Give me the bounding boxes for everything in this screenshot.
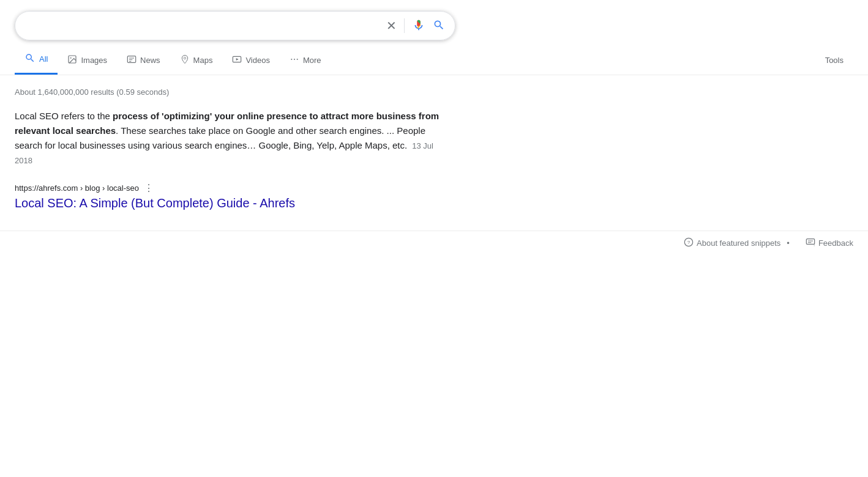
separator-dot: • xyxy=(787,239,790,248)
result-url-row: https://ahrefs.com › blog › local-seo ⋮ xyxy=(15,182,451,194)
search-icon[interactable] xyxy=(433,19,445,33)
tab-more-label: More xyxy=(303,56,321,65)
tab-maps[interactable]: Maps xyxy=(170,47,223,73)
tools-button[interactable]: Tools xyxy=(815,48,853,72)
feedback-item[interactable]: ! Feedback xyxy=(806,237,853,249)
featured-snippet: Local SEO refers to the process of 'opti… xyxy=(15,109,451,168)
search-divider xyxy=(404,18,405,33)
svg-point-8 xyxy=(291,59,292,60)
bottom-bar: ? About featured snippets • ! Feedback xyxy=(0,231,868,255)
videos-tab-icon xyxy=(232,54,242,66)
result-url: https://ahrefs.com › blog › local-seo xyxy=(15,183,139,193)
tab-news-label: News xyxy=(140,56,160,65)
search-tab-icon xyxy=(24,53,36,65)
results-section: About 1,640,000,000 results (0.59 second… xyxy=(0,75,465,211)
svg-rect-13 xyxy=(806,239,814,245)
feedback-label: Feedback xyxy=(818,239,853,248)
svg-point-9 xyxy=(294,59,295,60)
svg-point-1 xyxy=(70,57,72,58)
maps-tab-icon xyxy=(180,54,190,66)
result-title-link[interactable]: Local SEO: A Simple (But Complete) Guide… xyxy=(15,196,295,210)
search-box: local seo ✕ xyxy=(15,11,455,40)
clear-icon[interactable]: ✕ xyxy=(386,18,397,33)
search-bar-section: local seo ✕ xyxy=(0,0,868,40)
snippet-text-before: Local SEO refers to the xyxy=(15,111,113,121)
feedback-icon: ! xyxy=(806,237,815,249)
tab-news[interactable]: News xyxy=(117,47,170,73)
tab-more[interactable]: More xyxy=(280,47,331,73)
tab-maps-label: Maps xyxy=(193,56,213,65)
svg-marker-7 xyxy=(236,58,239,61)
search-result-item: https://ahrefs.com › blog › local-seo ⋮ … xyxy=(15,182,451,211)
about-snippets-label: About featured snippets xyxy=(697,239,780,248)
tab-videos[interactable]: Videos xyxy=(222,47,280,73)
question-circle-icon: ? xyxy=(684,237,694,249)
tab-videos-label: Videos xyxy=(245,56,270,65)
svg-text:?: ? xyxy=(687,240,690,245)
result-more-icon[interactable]: ⋮ xyxy=(144,182,154,194)
tab-images-label: Images xyxy=(81,56,107,65)
svg-point-10 xyxy=(297,59,298,60)
about-snippets-item[interactable]: ? About featured snippets xyxy=(684,237,780,249)
tab-images[interactable]: Images xyxy=(58,47,117,73)
results-count: About 1,640,000,000 results (0.59 second… xyxy=(15,87,451,97)
more-tab-icon xyxy=(290,54,299,66)
images-tab-icon xyxy=(67,54,77,66)
svg-rect-2 xyxy=(127,56,135,62)
news-tab-icon xyxy=(127,54,137,66)
microphone-icon[interactable] xyxy=(412,18,425,34)
nav-tabs: All Images News xyxy=(0,45,868,75)
search-input[interactable]: local seo xyxy=(25,20,386,31)
tab-all-label: All xyxy=(39,54,48,64)
tab-all[interactable]: All xyxy=(15,45,58,75)
